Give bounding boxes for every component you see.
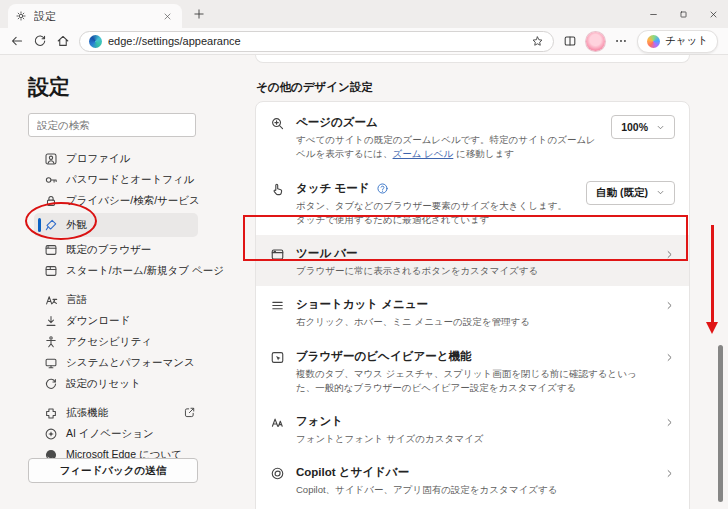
- reset-arrow-icon: [44, 377, 58, 391]
- touch-mode-dropdown[interactable]: 自動 (既定): [586, 181, 675, 205]
- window-maximize-button[interactable]: [668, 0, 698, 28]
- tab-title: 設定: [34, 9, 163, 24]
- address-bar[interactable]: edge://settings/appearance: [79, 31, 554, 52]
- row-description: ボタン、タブなどのブラウザー要素のサイズを大きくします。タッチで使用するために最…: [296, 199, 575, 228]
- window-close-button[interactable]: [698, 0, 728, 28]
- page-zoom-dropdown[interactable]: 100%: [611, 115, 675, 139]
- lock-icon: [44, 194, 58, 208]
- sidebar-item-reset[interactable]: 設定のリセット: [0, 373, 240, 394]
- zoom-in-icon: [270, 116, 285, 131]
- row-body: タッチ モード ボタン、タブなどのブラウザー要素のサイズを大きくします。タッチで…: [296, 181, 575, 228]
- window-minimize-button[interactable]: [638, 0, 668, 28]
- key-icon: [44, 173, 58, 187]
- row-copilot-sidebar[interactable]: Copilot とサイドバー Copilot、サイドバー、アプリ固有の設定をカス…: [256, 454, 689, 505]
- sidebar-nav: プロファイル パスワードとオートフィル プライバシー/検索/サービス 外観 既定…: [0, 148, 240, 465]
- chevron-right-icon[interactable]: [664, 468, 675, 479]
- settings-content: その他のデザイン設定 ページのズーム すべてのサイトの既定のズームレベルです。特…: [255, 55, 690, 509]
- row-touch-mode: タッチ モード ボタン、タブなどのブラウザー要素のサイズを大きくします。タッチで…: [256, 170, 689, 236]
- sidebar-item-ai-innovations[interactable]: AI イノベーション: [0, 423, 240, 444]
- sidebar-item-languages[interactable]: 言語: [0, 289, 240, 310]
- monitor-icon: [44, 356, 58, 370]
- nav-group-divider: [0, 281, 240, 289]
- row-shortcut-menu[interactable]: ショートカット メニュー 右クリック、ホバー、ミニ メニューの設定を管理する: [256, 286, 689, 337]
- window-cursor-icon: [270, 350, 285, 365]
- row-description: 複数のタブ、マウス ジェスチャ、スプリット画面を閉じる前に確認するといった、一般…: [296, 367, 653, 396]
- close-icon: [709, 10, 718, 19]
- url-text[interactable]: edge://settings/appearance: [108, 35, 525, 47]
- row-fonts[interactable]: フォント フォントとフォント サイズのカスタマイズ: [256, 403, 689, 454]
- row-body: ページのズーム すべてのサイトの既定のズームレベルです。特定のサイトのズームレベ…: [296, 115, 600, 162]
- sidebar-item-label: AI イノベーション: [66, 427, 154, 441]
- tab-close-icon[interactable]: [163, 12, 172, 21]
- row-page-zoom: ページのズーム すべてのサイトの既定のズームレベルです。特定のサイトのズームレベ…: [256, 104, 689, 170]
- browser-window-icon: [44, 243, 58, 257]
- settings-page: 設定 プロファイル パスワードとオートフィル プライバシー/検索/サービス 外: [0, 55, 728, 509]
- fonts-aa-icon: [270, 415, 285, 430]
- settings-search-input[interactable]: [28, 113, 196, 137]
- sidebar-item-accessibility[interactable]: アクセシビリティ: [0, 331, 240, 352]
- chevron-right-icon[interactable]: [664, 300, 675, 311]
- appearance-brush-icon: [44, 218, 58, 232]
- scrollbar-thumb[interactable]: [718, 345, 723, 502]
- new-tab-button[interactable]: [193, 8, 205, 20]
- row-title: フォント: [296, 414, 653, 429]
- chevron-down-icon: [656, 123, 665, 132]
- gear-icon: [15, 10, 27, 22]
- refresh-button[interactable]: [33, 34, 47, 48]
- row-title: ブラウザーのビヘイビアーと機能: [296, 349, 653, 364]
- row-title: ツール バー: [296, 246, 653, 261]
- sidebar-item-start-home[interactable]: スタート/ホーム/新規タブ ページ: [0, 260, 240, 281]
- touch-hand-icon: [270, 182, 285, 197]
- sidebar-item-downloads[interactable]: ダウンロード: [0, 310, 240, 331]
- browser-window: 設定 edge://settings/appearance チャット: [0, 0, 728, 509]
- row-tab-settings[interactable]: タブの設定 垂直タブの有効化やタブにホバーしたときのプレビュー表示など、すべての…: [256, 506, 689, 509]
- row-toolbar[interactable]: ツール バー ブラウザーに常に表示されるボタンをカスタマイズする: [256, 235, 689, 286]
- title-text: タッチ モード: [296, 181, 370, 196]
- toolbar-window-icon: [270, 247, 285, 262]
- sidebar-item-default-browser[interactable]: 既定のブラウザー: [0, 239, 240, 260]
- browser-toolbar: edge://settings/appearance チャット: [0, 28, 728, 55]
- sidebar-item-appearance[interactable]: 外観: [34, 213, 198, 237]
- desc-text: に移動します: [453, 148, 514, 159]
- home-button[interactable]: [56, 34, 70, 48]
- split-screen-icon[interactable]: [563, 34, 577, 48]
- send-feedback-button[interactable]: フィードバックの送信: [28, 458, 198, 483]
- sidebar-item-passwords[interactable]: パスワードとオートフィル: [0, 169, 240, 190]
- row-description: ブラウザーに常に表示されるボタンをカスタマイズする: [296, 264, 653, 278]
- copilot-chat-button[interactable]: チャット: [637, 30, 718, 53]
- row-title: Copilot とサイドバー: [296, 465, 653, 480]
- sidebar-item-extensions[interactable]: 拡張機能: [0, 402, 240, 423]
- dropdown-value: 自動 (既定): [596, 186, 648, 200]
- maximize-icon: [679, 10, 688, 19]
- copilot-outline-icon: [270, 466, 285, 481]
- chevron-right-icon[interactable]: [664, 417, 675, 428]
- browser-tab-settings[interactable]: 設定: [8, 4, 182, 28]
- sidebar-item-label: システムとパフォーマンス: [66, 356, 195, 370]
- row-description: すべてのサイトの既定のズームレベルです。特定のサイトのズームレベルを表示するには…: [296, 133, 600, 162]
- row-browser-behaviors[interactable]: ブラウザーのビヘイビアーと機能 複数のタブ、マウス ジェスチャ、スプリット画面を…: [256, 338, 689, 404]
- chat-label: チャット: [665, 34, 708, 48]
- back-button[interactable]: [10, 34, 24, 48]
- download-icon: [44, 314, 58, 328]
- row-description: フォントとフォント サイズのカスタマイズ: [296, 432, 653, 446]
- zoom-levels-link[interactable]: ズーム レベル: [393, 148, 454, 159]
- window-titlebar: 設定: [0, 0, 728, 28]
- row-body: ツール バー ブラウザーに常に表示されるボタンをカスタマイズする: [296, 246, 653, 278]
- chevron-right-icon[interactable]: [664, 249, 675, 260]
- help-icon[interactable]: [376, 182, 389, 195]
- row-body: フォント フォントとフォント サイズのカスタマイズ: [296, 414, 653, 446]
- sidebar-item-label: スタート/ホーム/新規タブ ページ: [66, 264, 224, 278]
- sidebar-item-system[interactable]: システムとパフォーマンス: [0, 352, 240, 373]
- row-title: ページのズーム: [296, 115, 600, 130]
- profile-avatar[interactable]: [586, 32, 605, 51]
- more-menu-icon[interactable]: [614, 34, 628, 48]
- sidebar-item-profile[interactable]: プロファイル: [0, 148, 240, 169]
- language-icon: [44, 293, 58, 307]
- favorites-star-icon[interactable]: [531, 35, 544, 48]
- design-settings-card: ページのズーム すべてのサイトの既定のズームレベルです。特定のサイトのズームレベ…: [255, 101, 690, 509]
- row-title: ショートカット メニュー: [296, 297, 653, 312]
- edge-favicon-icon: [89, 35, 102, 48]
- sidebar-item-privacy[interactable]: プライバシー/検索/サービス: [0, 190, 240, 211]
- accessibility-icon: [44, 335, 58, 349]
- chevron-right-icon[interactable]: [664, 352, 675, 363]
